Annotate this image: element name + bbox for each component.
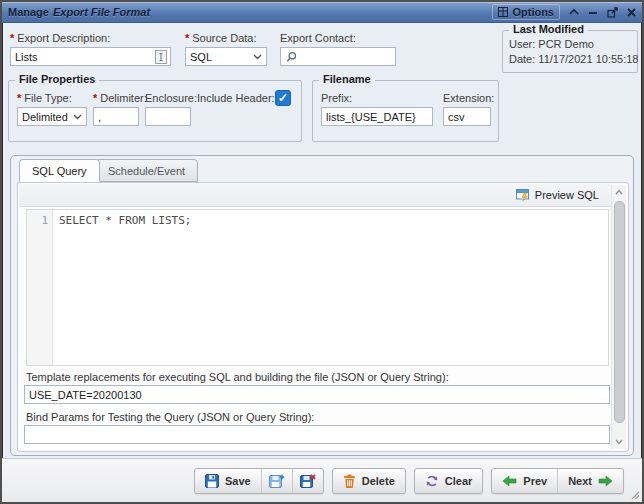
sql-toolbar: Preview SQL [19,184,611,207]
bind-params-label: Bind Params for Testing the Query (JSON … [26,411,314,423]
file-type-label: *File Type: [17,92,72,104]
bind-params-input[interactable] [24,425,610,444]
refresh-icon [425,474,439,488]
delete-button-group: Delete [332,468,406,494]
arrow-left-icon [502,475,517,487]
resize-grip[interactable] [629,489,639,499]
export-contact-label: Export Contact: [280,32,356,44]
scrollbar-thumb[interactable] [614,201,625,423]
save-button-group: Save [194,468,324,494]
titlebar: ManageExport File Format Options [2,2,642,23]
preview-sql-button[interactable]: Preview SQL [512,186,603,204]
preview-sql-label: Preview SQL [535,189,599,201]
source-data-value: SQL [190,51,212,63]
include-header-checkbox[interactable] [275,90,291,106]
manage-export-window: ManageExport File Format Options [0,0,644,504]
scroll-up-icon[interactable] [612,185,627,199]
collapse-icon[interactable] [569,8,579,16]
file-properties-legend: File Properties [15,73,99,85]
prev-button[interactable]: Prev [492,469,557,493]
export-description-input[interactable] [10,47,171,66]
text-field-trigger-icon[interactable] [155,50,167,64]
prefix-label: Prefix: [321,92,352,104]
vertical-scrollbar[interactable] [611,185,626,449]
clear-button-group: Clear [414,468,484,494]
grid-icon [498,7,508,17]
scroll-down-icon[interactable] [612,435,627,449]
save-x-icon [300,474,316,488]
tab-panel: SQL Query Schedule/Event Preview SQL [10,155,634,456]
window-title: ManageExport File Format [8,6,150,18]
delimiter-input[interactable] [93,107,139,126]
close-icon[interactable] [627,8,636,17]
chevron-down-icon [253,54,262,60]
enclosure-input[interactable] [145,107,191,126]
sql-query-tab-content: Preview SQL 1 SELECT * FROM LISTS; Templ… [17,182,629,452]
file-type-value: Delimited [22,111,68,123]
chevron-down-icon [73,114,82,120]
save-plus-icon [269,474,285,488]
last-modified-user: User: PCR Demo [509,38,594,50]
source-data-select[interactable]: SQL [185,47,267,66]
next-button[interactable]: Next [557,469,623,493]
last-modified-legend: Last Modified [509,23,588,35]
template-replacements-input[interactable] [24,385,610,404]
last-modified-fieldset: Last Modified User: PCR Demo Date: 11/17… [502,30,638,73]
extension-label: Extension: [443,92,494,104]
last-modified-date: Date: 11/17/2021 10:55:18 [509,53,638,65]
template-replacements-label: Template replacements for executing SQL … [26,371,449,383]
options-label: Options [512,6,554,18]
line-number-gutter: 1 [27,210,53,365]
popout-icon[interactable] [607,7,618,18]
filename-fieldset: Filename Prefix: Extension: [312,80,499,142]
minimize-icon[interactable] [588,8,598,16]
save-new-button[interactable] [261,469,292,493]
tab-schedule-event[interactable]: Schedule/Event [95,159,198,182]
extension-input[interactable] [443,107,491,126]
sql-editor[interactable]: 1 SELECT * FROM LISTS; [26,209,609,366]
export-description-label: *Export Description: [10,32,110,44]
search-icon [285,51,297,63]
include-header-label: Include Header: [197,92,275,104]
save-close-button[interactable] [292,469,323,493]
sql-code[interactable]: SELECT * FROM LISTS; [53,210,608,365]
file-properties-fieldset: File Properties *File Type: Delimited *D… [8,80,302,142]
footer-toolbar: Save [2,458,642,502]
trash-icon [343,474,356,488]
prefix-input[interactable] [321,107,433,126]
file-type-select[interactable]: Delimited [17,107,87,126]
delimiter-label: *Delimiter: [93,92,147,104]
tab-sql-query[interactable]: SQL Query [19,159,100,182]
filename-legend: Filename [319,73,375,85]
delete-button[interactable]: Delete [333,469,405,493]
window-body: *Export Description: *Source Data: SQL E… [2,23,642,502]
save-icon [205,474,219,488]
arrow-right-icon [598,475,613,487]
source-data-label: *Source Data: [185,32,256,44]
preview-sql-icon [516,188,531,202]
save-button[interactable]: Save [195,469,261,493]
clear-button[interactable]: Clear [415,469,483,493]
prev-next-button-group: Prev Next [491,468,624,494]
enclosure-label: Enclosure: [145,92,197,104]
options-button[interactable]: Options [492,4,560,20]
export-contact-input[interactable] [280,47,396,66]
